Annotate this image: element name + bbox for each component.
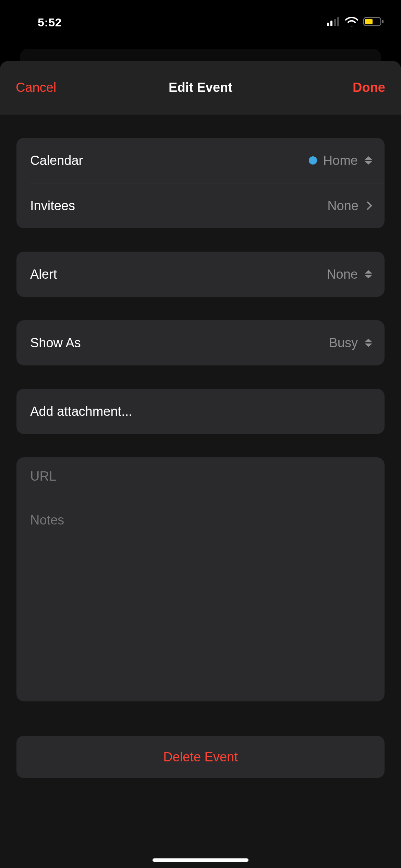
page-title: Edit Event [169,80,232,95]
svg-rect-1 [330,21,332,26]
chevron-updown-icon [364,336,373,350]
svg-rect-0 [327,23,329,26]
calendar-color-dot [309,156,317,165]
home-indicator[interactable] [153,858,248,862]
show-as-row[interactable]: Show As Busy [16,320,385,365]
invitees-row[interactable]: Invitees None [16,183,385,228]
url-notes-group [16,457,385,701]
alert-label: Alert [30,267,57,282]
navbar: Cancel Edit Event Done [0,61,401,114]
url-input[interactable] [30,469,371,484]
delete-event-button[interactable]: Delete Event [16,736,385,778]
attachment-group: Add attachment... [16,389,385,434]
wifi-icon [345,17,359,28]
delete-event-label: Delete Event [163,750,238,764]
chevron-right-icon [363,201,372,210]
status-indicators [327,17,384,28]
cellular-icon [327,17,340,27]
invitees-value: None [327,198,359,213]
status-time: 5:52 [38,16,62,29]
invitees-label: Invitees [30,198,75,213]
alert-value: None [327,267,358,282]
status-bar: 5:52 [0,0,401,34]
form-content: Calendar Home Invitees None Alert Non [0,138,401,778]
delete-group: Delete Event [16,736,385,778]
notes-input[interactable] [30,511,371,690]
svg-rect-3 [337,17,339,26]
show-as-value: Busy [329,336,358,350]
calendar-label: Calendar [30,153,83,168]
battery-icon [363,17,384,28]
alert-row[interactable]: Alert None [16,252,385,297]
url-row[interactable] [16,457,385,500]
show-as-label: Show As [30,336,81,350]
cancel-button[interactable]: Cancel [16,80,56,95]
calendar-invitees-group: Calendar Home Invitees None [16,138,385,228]
alert-group: Alert None [16,252,385,297]
chevron-updown-icon [364,267,373,281]
notes-row[interactable] [16,500,385,701]
svg-rect-6 [382,20,384,23]
calendar-row[interactable]: Calendar Home [16,138,385,183]
done-button[interactable]: Done [353,80,385,95]
calendar-value: Home [323,153,358,168]
add-attachment-label: Add attachment... [30,404,132,419]
svg-rect-2 [334,19,336,26]
show-as-group: Show As Busy [16,320,385,365]
add-attachment-button[interactable]: Add attachment... [16,389,385,434]
chevron-updown-icon [364,154,373,167]
edit-event-sheet: Cancel Edit Event Done Calendar Home Inv… [0,61,401,868]
svg-rect-5 [365,19,373,24]
